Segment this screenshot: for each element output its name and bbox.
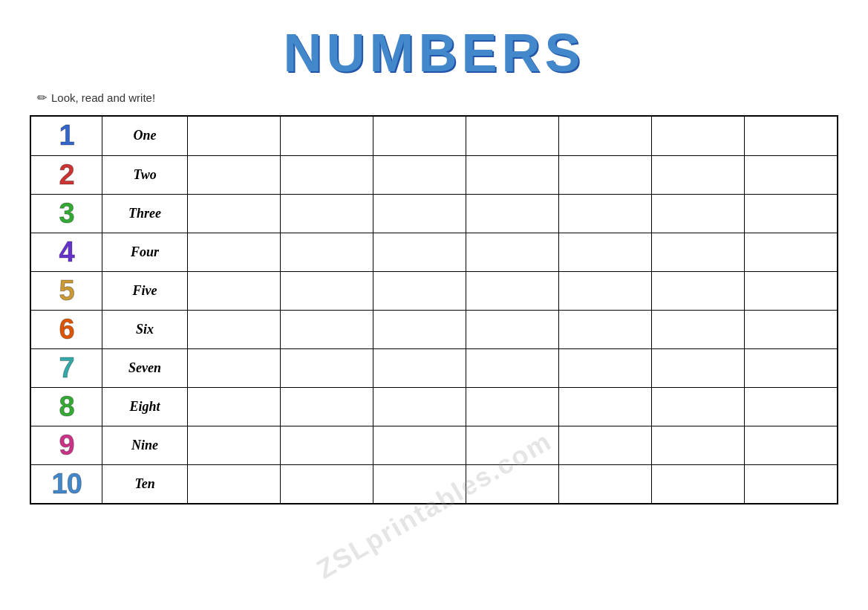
number-digit: 1 [59,120,74,152]
word-cell: One [102,117,187,155]
write-cell[interactable] [466,387,558,426]
instruction-text: Look, read and write! [51,91,155,104]
write-cell[interactable] [558,464,651,503]
write-cell[interactable] [558,387,651,426]
write-cell[interactable] [558,233,651,271]
table-row: 1One [31,117,837,155]
write-cell[interactable] [744,387,837,426]
write-cell[interactable] [466,310,558,348]
write-cell[interactable] [651,426,744,464]
number-digit: 2 [59,159,74,191]
write-cell[interactable] [651,155,744,194]
write-cell[interactable] [466,464,558,503]
number-cell: 4 [31,233,102,271]
write-cell[interactable] [280,271,373,310]
pencil-icon: ✏ [37,91,47,105]
number-digit: 5 [59,275,74,307]
write-cell[interactable] [373,194,466,233]
table-row: 7Seven [31,348,837,387]
write-cell[interactable] [187,464,280,503]
number-digit: 7 [59,352,74,384]
write-cell[interactable] [373,117,466,155]
write-cell[interactable] [466,233,558,271]
write-cell[interactable] [280,233,373,271]
write-cell[interactable] [280,426,373,464]
write-cell[interactable] [187,426,280,464]
write-cell[interactable] [744,464,837,503]
word-cell: Nine [102,426,187,464]
write-cell[interactable] [187,271,280,310]
write-cell[interactable] [558,271,651,310]
write-cell[interactable] [558,194,651,233]
write-cell[interactable] [373,271,466,310]
word-cell: Four [102,233,187,271]
write-cell[interactable] [744,310,837,348]
write-cell[interactable] [187,117,280,155]
number-cell: 1 [31,117,102,155]
number-cell: 3 [31,194,102,233]
write-cell[interactable] [558,310,651,348]
write-cell[interactable] [373,155,466,194]
write-cell[interactable] [280,387,373,426]
write-cell[interactable] [187,233,280,271]
number-cell: 7 [31,348,102,387]
write-cell[interactable] [558,117,651,155]
write-cell[interactable] [466,348,558,387]
write-cell[interactable] [651,310,744,348]
write-cell[interactable] [466,194,558,233]
write-cell[interactable] [280,348,373,387]
write-cell[interactable] [651,271,744,310]
write-cell[interactable] [558,426,651,464]
numbers-table: 1One2Two3Three4Four5Five6Six7Seven8Eight… [31,117,837,503]
write-cell[interactable] [744,155,837,194]
number-cell: 10 [31,464,102,503]
write-cell[interactable] [466,117,558,155]
word-cell: Six [102,310,187,348]
write-cell[interactable] [466,426,558,464]
write-cell[interactable] [373,387,466,426]
write-cell[interactable] [651,194,744,233]
write-cell[interactable] [280,155,373,194]
write-cell[interactable] [373,233,466,271]
write-cell[interactable] [373,464,466,503]
write-cell[interactable] [373,426,466,464]
number-digit: 6 [59,314,74,345]
write-cell[interactable] [373,348,466,387]
write-cell[interactable] [466,155,558,194]
write-cell[interactable] [280,194,373,233]
write-cell[interactable] [651,348,744,387]
table-row: 8Eight [31,387,837,426]
write-cell[interactable] [187,387,280,426]
number-cell: 6 [31,310,102,348]
instruction: ✏ Look, read and write! [37,91,838,105]
number-digit: 8 [59,391,74,423]
word-cell: Seven [102,348,187,387]
write-cell[interactable] [744,233,837,271]
write-cell[interactable] [187,155,280,194]
write-cell[interactable] [744,117,837,155]
write-cell[interactable] [280,117,373,155]
write-cell[interactable] [187,194,280,233]
write-cell[interactable] [280,310,373,348]
word-cell: Eight [102,387,187,426]
write-cell[interactable] [651,117,744,155]
write-cell[interactable] [744,348,837,387]
write-cell[interactable] [744,426,837,464]
write-cell[interactable] [373,310,466,348]
table-row: 4Four [31,233,837,271]
number-cell: 8 [31,387,102,426]
write-cell[interactable] [187,310,280,348]
write-cell[interactable] [651,233,744,271]
number-digit: 3 [59,198,74,230]
write-cell[interactable] [466,271,558,310]
write-cell[interactable] [187,348,280,387]
write-cell[interactable] [558,155,651,194]
write-cell[interactable] [744,194,837,233]
write-cell[interactable] [651,387,744,426]
write-cell[interactable] [651,464,744,503]
write-cell[interactable] [280,464,373,503]
number-cell: 2 [31,155,102,194]
word-cell: Two [102,155,187,194]
write-cell[interactable] [744,271,837,310]
write-cell[interactable] [558,348,651,387]
